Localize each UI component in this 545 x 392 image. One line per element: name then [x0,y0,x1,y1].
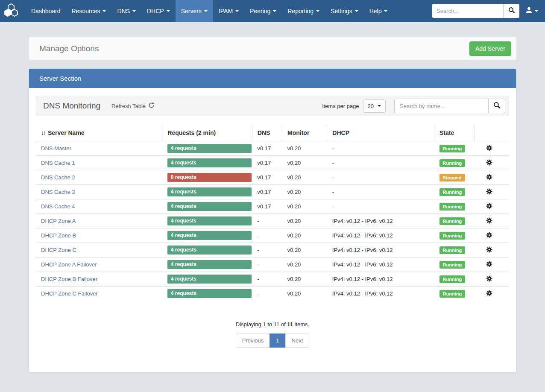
global-search-button[interactable] [503,4,519,18]
nav-item-ipam[interactable]: IPAM [213,0,244,22]
dns-monitoring-toolbar: DNS Monitoring Refresh Table items per p… [36,96,509,116]
nav-item-label: DHCP [147,8,164,15]
dns-version: v0.17 [252,141,282,156]
gear-icon[interactable] [486,174,492,180]
dhcp-versions: - [327,170,434,185]
gear-icon[interactable] [486,275,492,282]
requests-bar: 4 requests [167,260,252,269]
chevron-down-icon [273,10,276,12]
nav-item-label: Peering [250,8,270,15]
monitor-version: v0.20 [282,228,327,243]
chevron-down-icon [103,10,106,12]
refresh-table-label: Refresh Table [111,103,146,109]
dns-version: v0.17 [252,170,282,185]
page-header: Manage Options Add Server [29,37,516,60]
table-row: DHCP Zone B4 requests-v0.20IPv4: v0.12 -… [36,228,509,243]
chevron-down-icon [167,10,170,12]
top-navbar: DashboardResourcesDNSDHCPServersIPAMPeer… [0,0,545,22]
state-badge: Stopped [440,174,465,181]
monitor-version: v0.20 [282,257,327,272]
gear-icon[interactable] [486,188,492,195]
nav-item-settings[interactable]: Settings [325,0,364,22]
nav-item-label: Help [369,8,382,15]
server-name-link[interactable]: DNS Cache 1 [41,160,75,166]
dhcp-versions: IPv4: v0.12 - IPv6: v0.12 [327,287,434,301]
server-name-link[interactable]: DHCP Zone B [41,232,76,239]
global-search [432,4,519,18]
table-row: DNS Cache 44 requestsv0.17v0.20-Running [36,199,509,214]
server-name-link[interactable]: DNS Cache 2 [41,174,75,181]
sort-icon: ↓↑ [41,129,45,136]
chevron-down-icon [204,10,208,12]
gear-icon[interactable] [486,145,492,151]
table-row: DNS Cache 20 requestsv0.17v0.20-Stopped [36,170,509,185]
dns-version: - [252,228,282,243]
gear-icon[interactable] [486,246,492,253]
requests-bar: 4 requests [167,202,252,211]
pagination-previous-button[interactable]: Previous [236,333,270,348]
app-logo[interactable] [0,0,26,22]
add-server-button[interactable]: Add Server [469,41,511,56]
state-badge: Running [440,246,466,254]
search-by-name-input[interactable] [394,99,488,113]
server-name-link[interactable]: DHCP Zone A [41,218,76,224]
column-header-server-name[interactable]: ↓↑Server Name [36,125,162,141]
nav-item-help[interactable]: Help [364,0,393,22]
gear-icon[interactable] [486,261,492,267]
server-name-link[interactable]: DHCP Zone C [41,247,76,253]
pagination-page-1-button[interactable]: 1 [270,333,285,348]
nav-item-label: IPAM [219,8,233,15]
hexagon-cluster-logo-icon [4,3,18,19]
dhcp-versions: IPv4: v0.12 - IPv6: v0.12 [327,228,434,243]
server-name-link[interactable]: DHCP Zone B Failover [41,276,97,282]
nav-item-resources[interactable]: Resources [66,0,112,22]
monitor-version: v0.20 [282,156,327,170]
chevron-down-icon [355,10,358,12]
table-row: DNS Master4 requestsv0.17v0.20-Running [36,141,509,156]
chevron-down-icon [535,10,538,12]
nav-item-label: Dashboard [31,8,61,15]
chevron-down-icon [235,10,239,12]
chevron-down-icon [132,10,136,12]
nav-item-label: DNS [117,8,130,15]
server-name-link[interactable]: DNS Cache 3 [41,189,75,195]
requests-bar: 4 requests [167,144,252,153]
gear-icon[interactable] [486,203,492,209]
global-search-input[interactable] [432,4,503,18]
pagination: Previous 1 Next [236,333,310,348]
table-row: DHCP Zone B Failover4 requests-v0.20IPv4… [36,272,509,287]
gear-icon[interactable] [486,290,492,296]
server-name-link[interactable]: DHCP Zone A Failover [41,261,97,268]
requests-bar: 4 requests [167,246,252,255]
server-name-link[interactable]: DHCP Zone C Failover [41,290,98,297]
chevron-down-icon [378,105,381,107]
user-icon [525,6,533,15]
user-menu[interactable] [519,6,541,15]
items-per-page-select[interactable]: 20 [363,99,386,113]
dns-version: - [252,272,282,287]
dhcp-versions: IPv4: v0.12 - IPv6: v0.12 [327,214,434,228]
refresh-table-link[interactable]: Refresh Table [111,102,155,110]
monitor-version: v0.20 [282,243,327,257]
nav-item-dhcp[interactable]: DHCP [141,0,176,22]
nav-item-reporting[interactable]: Reporting [282,0,325,22]
monitor-version: v0.20 [282,185,327,199]
gear-icon[interactable] [486,217,492,224]
pagination-next-button[interactable]: Next [285,333,310,348]
nav-item-dns[interactable]: DNS [111,0,141,22]
state-badge: Running [440,188,466,196]
gear-icon[interactable] [486,232,492,238]
search-by-name-button[interactable] [488,99,505,113]
monitor-version: v0.20 [282,214,327,228]
server-name-link[interactable]: DNS Master [41,145,71,152]
nav-item-peering[interactable]: Peering [244,0,282,22]
nav-item-label: Resources [72,8,100,15]
server-name-link[interactable]: DNS Cache 4 [41,203,75,210]
gear-icon[interactable] [486,159,492,166]
requests-bar: 4 requests [167,231,252,240]
state-badge: Running [440,232,466,240]
table-row: DNS Cache 34 requestsv0.17v0.20-Running [36,185,509,199]
requests-bar: 4 requests [167,187,252,196]
nav-item-dashboard[interactable]: Dashboard [26,0,66,22]
nav-item-servers[interactable]: Servers [176,0,213,22]
